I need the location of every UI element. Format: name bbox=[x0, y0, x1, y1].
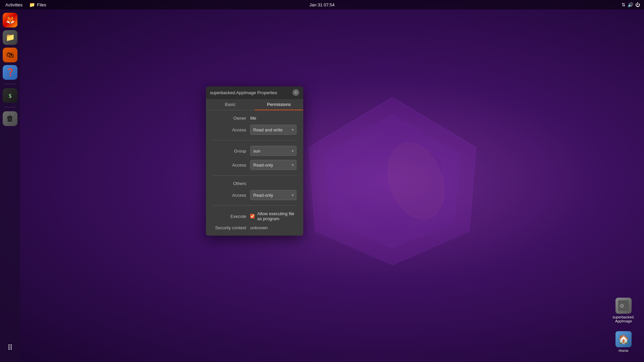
topbar-left: Activities 📁 Files bbox=[4, 2, 46, 8]
group-access-select[interactable]: Read-only Read and write None bbox=[250, 160, 297, 170]
separator-1 bbox=[213, 140, 297, 140]
dock-icon-firefox[interactable]: 🦊 bbox=[3, 13, 17, 27]
others-access-row: Access Read-only Read and write None bbox=[213, 190, 297, 200]
execute-label: Execute bbox=[213, 214, 246, 219]
group-access-select-wrapper: Read-only Read and write None bbox=[250, 160, 297, 170]
others-label: Others bbox=[213, 181, 246, 186]
network-icon[interactable]: ⇅ bbox=[622, 2, 626, 7]
execute-checkbox-group: Allow executing file as program bbox=[250, 211, 297, 221]
execute-row: Execute Allow executing file as program bbox=[213, 211, 297, 221]
security-context-value: unknown bbox=[250, 225, 268, 230]
owner-access-select[interactable]: Read and write Read-only None bbox=[250, 125, 297, 135]
dock-icon-trash[interactable]: 🗑 bbox=[3, 111, 17, 126]
home-folder-icon: 🏠 bbox=[615, 331, 632, 347]
desktop-icons: ⚙ superbacked.AppImage 🏠 Home bbox=[610, 295, 637, 355]
owner-label: Owner bbox=[213, 116, 246, 121]
dock-bottom: ⠿ bbox=[0, 341, 20, 355]
home-icon-glyph: 🏠 bbox=[618, 334, 629, 345]
background-art bbox=[275, 80, 510, 282]
group-select-wrapper: sun bbox=[250, 146, 297, 156]
others-access-select[interactable]: Read-only Read and write None bbox=[250, 190, 297, 200]
dock-icon-files[interactable]: 📁 bbox=[3, 30, 17, 45]
home-label: Home bbox=[619, 349, 628, 353]
security-context-label: Security context bbox=[213, 225, 246, 230]
help-icon: ❓ bbox=[6, 68, 15, 77]
tab-permissions[interactable]: Permissions bbox=[255, 99, 303, 110]
owner-access-row: Access Read and write Read-only None bbox=[213, 125, 297, 135]
trash-icon: 🗑 bbox=[6, 114, 14, 123]
firefox-icon: 🦊 bbox=[6, 16, 15, 24]
separator-3 bbox=[213, 205, 297, 206]
files-icon: 📁 bbox=[29, 2, 35, 7]
dock-divider-2 bbox=[4, 107, 16, 107]
volume-icon[interactable]: 🔊 bbox=[628, 2, 633, 7]
group-access-row: Access Read-only Read and write None bbox=[213, 160, 297, 170]
owner-access-select-wrapper: Read and write Read-only None bbox=[250, 125, 297, 135]
owner-value: Me bbox=[250, 116, 256, 121]
others-access-select-wrapper: Read-only Read and write None bbox=[250, 190, 297, 200]
desktop-icon-superbacked[interactable]: ⚙ superbacked.AppImage bbox=[610, 295, 637, 326]
properties-dialog: superbacked.AppImage Properties × Basic … bbox=[206, 86, 303, 236]
dialog-permissions-content: Owner Me Access Read and write Read-only… bbox=[206, 110, 303, 236]
security-context-row: Security context unknown bbox=[213, 225, 297, 230]
svg-text:⚙: ⚙ bbox=[620, 303, 624, 309]
topbar-app-name: Files bbox=[37, 2, 46, 7]
execute-text: Allow executing file as program bbox=[257, 211, 297, 221]
dialog-tabs: Basic Permissions bbox=[206, 99, 303, 110]
tab-basic[interactable]: Basic bbox=[206, 99, 255, 110]
dock: 🦊 📁 🛍 ❓ $ 🗑 ⠿ bbox=[0, 9, 20, 362]
software-icon: 🛍 bbox=[6, 51, 14, 59]
dialog-title: superbacked.AppImage Properties bbox=[210, 90, 277, 95]
group-select[interactable]: sun bbox=[250, 146, 297, 156]
superbacked-label: superbacked.AppImage bbox=[612, 315, 635, 323]
separator-2 bbox=[213, 175, 297, 176]
others-access-label: Access bbox=[213, 193, 246, 198]
terminal-icon: $ bbox=[8, 93, 12, 99]
files-dock-icon: 📁 bbox=[6, 33, 15, 42]
owner-access-label: Access bbox=[213, 127, 246, 132]
topbar-app[interactable]: 📁 Files bbox=[29, 2, 46, 7]
topbar: Activities 📁 Files Jan 31 07:54 ⇅ 🔊 ⏻ bbox=[0, 0, 644, 9]
desktop-icon-home[interactable]: 🏠 Home bbox=[613, 328, 634, 355]
superbacked-file-icon: ⚙ bbox=[615, 298, 632, 314]
group-label: Group bbox=[213, 148, 246, 154]
dialog-titlebar: superbacked.AppImage Properties × bbox=[206, 86, 303, 99]
group-row: Group sun bbox=[213, 146, 297, 156]
app-grid-button[interactable]: ⠿ bbox=[3, 341, 17, 355]
execute-checkbox[interactable] bbox=[250, 214, 255, 219]
dock-icon-terminal[interactable]: $ bbox=[3, 88, 17, 103]
dock-icon-software[interactable]: 🛍 bbox=[3, 48, 17, 62]
group-access-label: Access bbox=[213, 163, 246, 168]
dialog-close-button[interactable]: × bbox=[292, 89, 299, 96]
activities-button[interactable]: Activities bbox=[4, 2, 24, 8]
topbar-datetime: Jan 31 07:54 bbox=[309, 2, 334, 7]
topbar-right: ⇅ 🔊 ⏻ bbox=[622, 2, 640, 7]
desktop-background bbox=[0, 0, 644, 362]
power-icon[interactable]: ⏻ bbox=[635, 2, 640, 7]
appimage-icon-svg: ⚙ bbox=[618, 300, 629, 311]
dock-divider bbox=[4, 84, 16, 84]
dock-icon-help[interactable]: ❓ bbox=[3, 65, 17, 80]
owner-row: Owner Me bbox=[213, 116, 297, 121]
others-header-row: Others bbox=[213, 181, 297, 186]
